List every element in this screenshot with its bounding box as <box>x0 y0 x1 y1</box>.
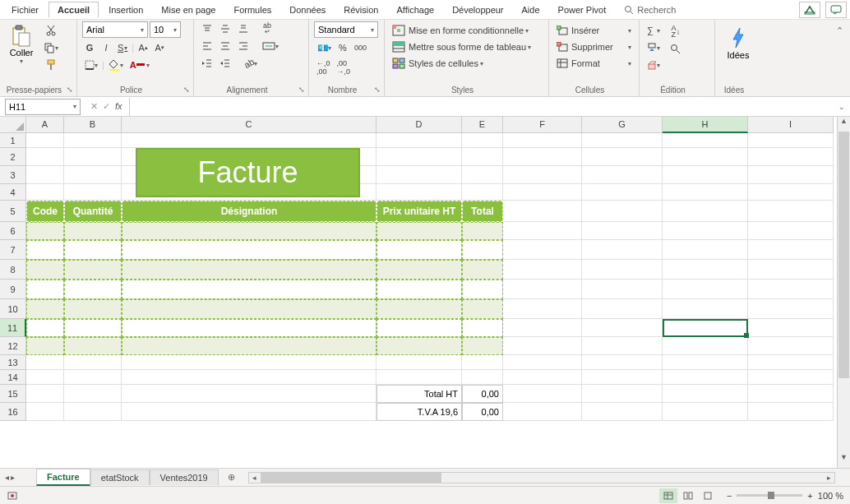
ideas-button[interactable]: Idées <box>728 21 750 60</box>
cut-button[interactable] <box>43 23 59 38</box>
zoom-level[interactable]: 100 % <box>818 491 843 501</box>
formula-bar[interactable]: ⌄ <box>129 98 850 116</box>
zoom-in-button[interactable]: + <box>807 491 812 501</box>
dialog-launcher-icon[interactable]: ⤡ <box>374 86 382 94</box>
row-header-5[interactable]: 5 <box>0 201 26 222</box>
fill-color-button[interactable]: ▾ <box>106 58 126 72</box>
increase-decimal-button[interactable]: ←,0,00 <box>314 58 333 77</box>
copy-button[interactable]: ▾ <box>41 40 61 55</box>
menu-donnees[interactable]: Données <box>281 2 334 17</box>
format-as-table-button[interactable]: Mettre sous forme de tableau▾ <box>390 39 543 54</box>
font-name-combo[interactable]: Arial▾ <box>82 21 148 38</box>
row-header-3[interactable]: 3 <box>0 166 26 184</box>
align-left-button[interactable] <box>199 39 215 53</box>
menu-revision[interactable]: Révision <box>335 2 386 17</box>
tab-nav[interactable]: ◂▸ <box>0 473 20 482</box>
comma-button[interactable]: 000 <box>352 40 369 55</box>
wrap-text-button[interactable]: ab↵ <box>260 21 275 36</box>
row-header-11[interactable]: 11 <box>0 319 26 337</box>
dialog-launcher-icon[interactable]: ⤡ <box>298 86 307 94</box>
align-top-button[interactable] <box>199 21 215 36</box>
zoom-slider[interactable] <box>737 494 802 497</box>
font-size-combo[interactable]: 10▾ <box>150 21 181 38</box>
delete-button[interactable]: Supprimer▾ <box>554 39 634 54</box>
menu-developpeur[interactable]: Développeur <box>444 2 511 17</box>
share-icon[interactable] <box>799 2 820 18</box>
orientation-button[interactable]: ab▾ <box>242 56 260 71</box>
format-button[interactable]: Format▾ <box>554 56 634 71</box>
row-header-15[interactable]: 15 <box>0 385 26 403</box>
row-header-6[interactable]: 6 <box>0 222 26 240</box>
row-header-8[interactable]: 8 <box>0 260 26 280</box>
accounting-format-button[interactable]: 💶▾ <box>314 40 334 55</box>
col-header-H[interactable]: H <box>663 117 748 133</box>
comments-icon[interactable] <box>825 2 847 18</box>
sheet-tab-etatstock[interactable]: etatStock <box>90 469 150 485</box>
add-sheet-button[interactable]: ⊕ <box>224 472 240 483</box>
align-bottom-button[interactable] <box>235 21 252 36</box>
align-center-button[interactable] <box>217 39 233 53</box>
menu-formules[interactable]: Formules <box>225 2 279 17</box>
row-header-12[interactable]: 12 <box>0 337 26 355</box>
underline-button[interactable]: S▾ <box>115 40 130 55</box>
col-header-A[interactable]: A <box>26 117 64 133</box>
cell-styles-button[interactable]: Styles de cellules▾ <box>390 56 543 71</box>
cancel-formula-icon[interactable]: ✕ <box>90 101 98 112</box>
dialog-launcher-icon[interactable]: ⤡ <box>67 86 75 94</box>
vertical-scrollbar[interactable]: ▲ ▼ <box>837 117 850 468</box>
col-header-D[interactable]: D <box>376 117 462 133</box>
search-box[interactable]: Recherch <box>616 2 684 17</box>
row-header-10[interactable]: 10 <box>0 299 26 319</box>
menu-fichier[interactable]: Fichier <box>3 2 47 17</box>
col-header-B[interactable]: B <box>64 117 122 133</box>
row-header-2[interactable]: 2 <box>0 148 26 166</box>
row-header-7[interactable]: 7 <box>0 240 26 260</box>
sheet-tab-ventes2019[interactable]: Ventes2019 <box>150 469 219 485</box>
name-box[interactable]: H11▾ <box>5 99 81 115</box>
merge-button[interactable]: ▾ <box>260 39 281 53</box>
font-color-button[interactable]: A▾ <box>127 58 152 72</box>
row-header-16[interactable]: 16 <box>0 403 26 421</box>
menu-aide[interactable]: Aide <box>514 2 548 17</box>
grow-font-button[interactable]: A▴ <box>136 40 150 55</box>
percent-button[interactable]: % <box>335 40 350 55</box>
align-middle-button[interactable] <box>217 21 233 36</box>
col-header-I[interactable]: I <box>748 117 834 133</box>
row-header-13[interactable]: 13 <box>0 355 26 370</box>
number-format-combo[interactable]: Standard▾ <box>314 21 378 38</box>
borders-button[interactable]: ▾ <box>82 58 100 72</box>
expand-formula-bar-icon[interactable]: ⌄ <box>838 103 845 111</box>
increase-indent-button[interactable] <box>217 56 233 71</box>
menu-power-pivot[interactable]: Power Pivot <box>550 2 615 17</box>
bold-button[interactable]: G <box>82 40 97 55</box>
row-header-9[interactable]: 9 <box>0 280 26 299</box>
menu-mise-en-page[interactable]: Mise en page <box>153 2 224 17</box>
row-header-1[interactable]: 1 <box>0 133 26 148</box>
format-painter-button[interactable] <box>43 58 59 72</box>
insert-button[interactable]: Insérer▾ <box>554 23 634 38</box>
sort-filter-button[interactable]: AZ↓ <box>668 23 683 39</box>
dialog-launcher-icon[interactable]: ⤡ <box>183 86 192 94</box>
sheet-tab-facture[interactable]: Facture <box>36 469 90 486</box>
clear-button[interactable]: ▾ <box>644 58 663 72</box>
fill-button[interactable]: ▾ <box>644 40 663 55</box>
col-header-G[interactable]: G <box>582 117 663 133</box>
align-right-button[interactable] <box>235 39 252 53</box>
page-break-view-button[interactable] <box>699 488 717 503</box>
horizontal-scrollbar[interactable]: ◂▸ <box>248 472 835 483</box>
zoom-out-button[interactable]: − <box>727 491 732 501</box>
autosum-button[interactable]: ∑▾ <box>644 23 663 38</box>
normal-view-button[interactable] <box>659 488 677 503</box>
page-layout-view-button[interactable] <box>679 488 697 503</box>
col-header-C[interactable]: C <box>122 117 376 133</box>
col-header-F[interactable]: F <box>503 117 582 133</box>
shrink-font-button[interactable]: A▾ <box>152 40 167 55</box>
menu-accueil[interactable]: Accueil <box>49 2 99 17</box>
decrease-indent-button[interactable] <box>199 56 215 71</box>
conditional-formatting-button[interactable]: Mise en forme conditionnelle▾ <box>390 23 543 38</box>
paste-button[interactable]: Coller ▾ <box>5 21 38 65</box>
menu-insertion[interactable]: Insertion <box>100 2 151 17</box>
menu-affichage[interactable]: Affichage <box>388 2 442 17</box>
row-header-14[interactable]: 14 <box>0 370 26 385</box>
collapse-ribbon-button[interactable]: ⌃ <box>832 23 847 38</box>
